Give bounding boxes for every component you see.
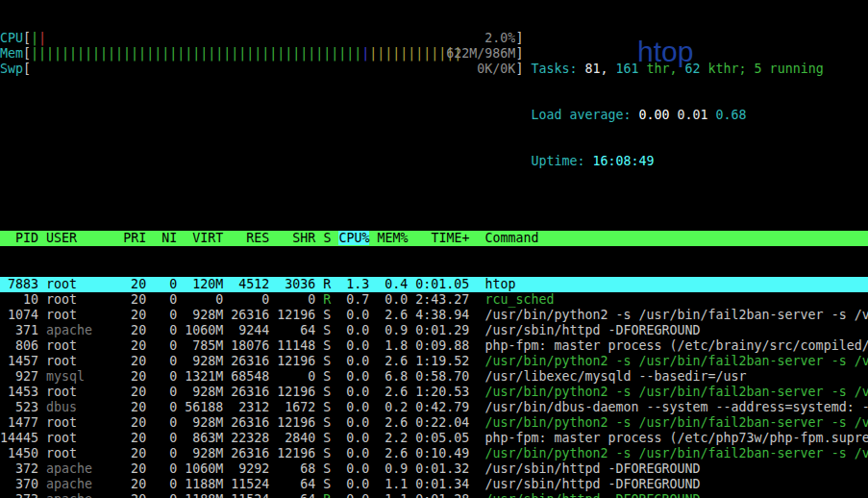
cell-metrics: 20 0 0 0 0 xyxy=(115,292,323,307)
header-meters: CPU[||2.0%]Mem[|||||||||||||||||||||||||… xyxy=(0,31,868,200)
mem-meter-value: 622M/986M xyxy=(446,46,515,62)
cell-usage: 0.0 1.1 0:01.28 xyxy=(331,492,484,498)
cell-metrics: 20 0 928M 26316 12196 xyxy=(115,446,323,461)
cell-user: root xyxy=(46,446,115,461)
watermark-text: htop xyxy=(637,44,693,60)
bracket-close: ] xyxy=(515,46,523,61)
cell-command: /usr/bin/dbus-daemon --system --address=… xyxy=(484,400,868,414)
cell-user: root xyxy=(46,415,115,430)
cell-command: /usr/sbin/httpd -DFOREGROUND xyxy=(484,323,700,337)
cpu-meter-bar: ||2.0% xyxy=(31,31,515,46)
bracket-open: [ xyxy=(23,46,31,61)
cell-pid: 806 xyxy=(0,338,46,353)
swp-meter-bar: 0K/0K xyxy=(31,62,515,77)
cell-pid: 1453 xyxy=(0,385,46,399)
process-row[interactable]: 927 mysql 20 0 1321M 68548 0 S 0.0 6.8 0… xyxy=(0,369,868,385)
bracket-open: [ xyxy=(23,62,31,76)
cell-pid: 1477 xyxy=(0,415,46,430)
cell-pid: 1450 xyxy=(0,446,46,461)
column-header-mem[interactable]: MEM% xyxy=(377,231,408,245)
process-row[interactable]: 1450 root 20 0 928M 26316 12196 S 0.0 2.… xyxy=(0,446,868,461)
cell-command: /usr/bin/python2 -s /usr/bin/fail2ban-se… xyxy=(484,385,868,399)
cell-pid: 1074 xyxy=(0,308,46,322)
bracket-close: ] xyxy=(515,31,523,45)
process-row[interactable]: 1453 root 20 0 928M 26316 12196 S 0.0 2.… xyxy=(0,385,868,400)
mem-meter-ticks: ||||||||||||||||||||||||||||||||||||||||… xyxy=(31,46,461,62)
process-row[interactable]: 373 apache 20 0 1188M 11524 64 R 0.0 1.1… xyxy=(0,492,868,498)
column-header-ni[interactable]: NI xyxy=(161,231,177,245)
cell-pid: 370 xyxy=(0,477,46,491)
process-row[interactable]: 370 apache 20 0 1188M 11524 64 S 0.0 1.1… xyxy=(0,477,868,492)
cell-command: htop xyxy=(484,277,515,291)
process-row[interactable]: 806 root 20 0 785M 18076 11148 S 0.0 1.8… xyxy=(0,338,868,354)
cell-usage: 1.3 0.4 0:01.05 xyxy=(331,277,484,291)
process-row[interactable]: 372 apache 20 0 1060M 9292 68 S 0.0 0.9 … xyxy=(0,461,868,477)
cell-usage: 0.0 2.2 0:05.05 xyxy=(331,431,484,445)
process-row[interactable]: 1457 root 20 0 928M 26316 12196 S 0.0 2.… xyxy=(0,354,868,369)
cell-metrics: 20 0 120M 4512 3036 xyxy=(115,277,323,291)
process-row[interactable]: 1074 root 20 0 928M 26316 12196 S 0.0 2.… xyxy=(0,308,868,323)
cell-pid: 1457 xyxy=(0,354,46,368)
cpu-meter: CPU[||2.0%] xyxy=(0,31,523,46)
cell-metrics: 20 0 1188M 11524 64 xyxy=(115,492,323,498)
process-row[interactable]: 7883 root 20 0 120M 4512 3036 R 1.3 0.4 … xyxy=(0,277,868,292)
cell-command: php-fpm: master process (/etc/php73w/php… xyxy=(484,431,868,445)
cell-command: /usr/sbin/httpd -DFOREGROUND xyxy=(484,461,700,476)
column-header-user[interactable]: USER xyxy=(46,231,115,245)
column-header-cpu[interactable]: CPU% xyxy=(338,231,369,245)
cell-user: root xyxy=(46,277,115,291)
cell-user: root xyxy=(46,385,115,399)
column-header-pri[interactable]: PRI xyxy=(123,231,146,245)
cell-user: dbus xyxy=(46,400,115,414)
column-header-command[interactable]: Command xyxy=(485,231,539,245)
cell-user: apache xyxy=(46,323,115,337)
column-header-time[interactable]: TIME+ xyxy=(432,231,470,245)
swp-meter-label: Swp xyxy=(0,62,23,76)
process-row[interactable]: 523 dbus 20 0 56188 2312 1672 S 0.0 0.2 … xyxy=(0,400,868,415)
cell-metrics: 20 0 1188M 11524 64 xyxy=(115,477,323,491)
cell-pid: 14445 xyxy=(0,431,46,445)
cell-user: root xyxy=(46,292,115,307)
cell-metrics: 20 0 928M 26316 12196 xyxy=(115,415,323,430)
cell-metrics: 20 0 928M 26316 12196 xyxy=(115,354,323,368)
cell-pid: 523 xyxy=(0,400,46,414)
cell-command: rcu_sched xyxy=(484,292,554,307)
cell-usage: 0.0 2.6 1:19.52 xyxy=(331,354,484,368)
cell-command: /usr/sbin/httpd -DFOREGROUND xyxy=(484,477,700,491)
cell-command: /usr/bin/python2 -s /usr/bin/fail2ban-se… xyxy=(484,446,868,461)
cpu-meter-label: CPU xyxy=(0,31,23,45)
cell-usage: 0.0 2.6 0:22.04 xyxy=(331,415,484,430)
process-row[interactable]: 1477 root 20 0 928M 26316 12196 S 0.0 2.… xyxy=(0,415,868,431)
column-header-shr[interactable]: SHR xyxy=(292,231,315,245)
process-row[interactable]: 10 root 20 0 0 0 0 R 0.7 0.0 2:43.27 rcu… xyxy=(0,292,868,308)
cell-user: root xyxy=(46,338,115,353)
cell-usage: 0.0 1.1 0:01.34 xyxy=(331,477,484,491)
process-row[interactable]: 14445 root 20 0 863M 22328 2840 S 0.0 2.… xyxy=(0,431,868,446)
uptime: Uptime: 16:08:49 xyxy=(531,154,823,169)
load-average: Load average: 0.00 0.01 0.68 xyxy=(531,108,823,123)
cell-pid: 10 xyxy=(0,292,46,307)
cell-user: apache xyxy=(46,477,115,491)
bracket-open: [ xyxy=(23,31,31,45)
process-row[interactable]: 371 apache 20 0 1060M 9244 64 S 0.0 0.9 … xyxy=(0,323,868,338)
mem-meter-bar: ||||||||||||||||||||||||||||||||||||||||… xyxy=(31,46,515,62)
cell-user: apache xyxy=(46,492,115,498)
cell-command: /usr/bin/python2 -s /usr/bin/fail2ban-se… xyxy=(484,415,868,430)
cpu-meter-ticks: || xyxy=(31,31,46,46)
cell-metrics: 20 0 928M 26316 12196 xyxy=(115,308,323,322)
cell-usage: 0.0 2.6 4:38.94 xyxy=(331,308,484,322)
cell-command: php-fpm: master process (/etc/brainy/src… xyxy=(484,338,868,353)
cell-metrics: 20 0 1060M 9244 64 xyxy=(115,323,323,337)
cell-usage: 0.7 0.0 2:43.27 xyxy=(331,292,484,307)
column-header-virt[interactable]: VIRT xyxy=(192,231,223,245)
cell-usage: 0.0 6.8 0:58.70 xyxy=(331,369,484,384)
cell-command: /usr/bin/python2 -s /usr/bin/fail2ban-se… xyxy=(484,354,868,368)
cell-metrics: 20 0 928M 26316 12196 xyxy=(115,385,323,399)
cell-metrics: 20 0 1321M 68548 0 xyxy=(115,369,323,384)
cell-metrics: 20 0 1060M 9292 68 xyxy=(115,461,323,476)
cell-command: /usr/sbin/httpd -DFOREGROUND xyxy=(484,492,700,498)
column-header-res[interactable]: RES xyxy=(246,231,269,245)
swp-meter-value: 0K/0K xyxy=(477,62,515,77)
column-header-pid[interactable]: PID xyxy=(15,231,38,245)
cell-usage: 0.0 0.9 0:01.29 xyxy=(331,323,484,337)
